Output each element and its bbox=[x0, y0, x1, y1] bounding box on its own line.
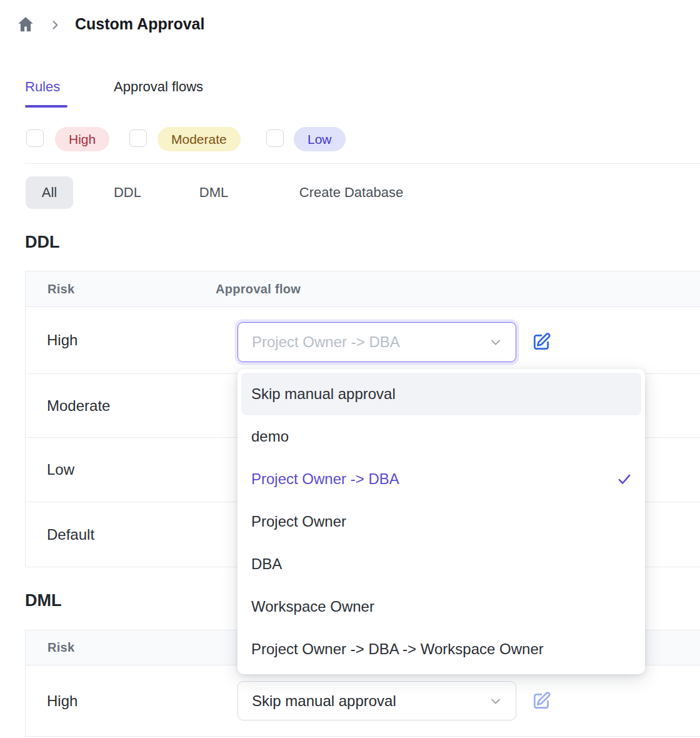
chevron-down-icon bbox=[488, 694, 503, 709]
edit-approval-flow-button-ddl-high[interactable] bbox=[529, 330, 554, 355]
risk-cell: Default bbox=[26, 526, 94, 543]
chevron-down-icon bbox=[488, 335, 503, 350]
option-label: Workspace Owner bbox=[251, 598, 374, 615]
checkbox-low[interactable] bbox=[266, 129, 284, 147]
edit-icon bbox=[531, 690, 552, 712]
segment-ddl[interactable]: DDL bbox=[98, 176, 158, 209]
option-label: Project Owner -> DBA -> Workspace Owner bbox=[251, 640, 544, 658]
segment-create-database[interactable]: Create Database bbox=[270, 176, 432, 209]
approval-flow-select-dml-high[interactable]: Skip manual approval bbox=[238, 681, 516, 720]
approval-flow-dropdown-menu: Skip manual approval demo Project Owner … bbox=[238, 369, 645, 674]
risk-cell: High bbox=[26, 331, 78, 349]
checkbox-moderate[interactable] bbox=[129, 129, 147, 147]
dropdown-option-project-owner[interactable]: Project Owner bbox=[241, 500, 641, 543]
custom-approval-page: Custom Approval Rules Approval flows Hig… bbox=[0, 0, 700, 738]
option-label: Project Owner bbox=[251, 513, 346, 530]
select-value: Skip manual approval bbox=[252, 692, 396, 710]
badge-low: Low bbox=[294, 127, 346, 151]
segment-all[interactable]: All bbox=[26, 176, 73, 209]
tab-approval-flows[interactable]: Approval flows bbox=[114, 79, 203, 95]
home-icon bbox=[16, 15, 36, 34]
badge-high: High bbox=[55, 127, 109, 151]
section-title-ddl: DDL bbox=[25, 233, 60, 252]
option-label: DBA bbox=[251, 555, 282, 573]
approval-flow-select-ddl-high[interactable]: Project Owner -> DBA bbox=[238, 322, 516, 362]
column-header-risk: Risk bbox=[26, 282, 216, 296]
badge-moderate: Moderate bbox=[158, 127, 241, 151]
edit-approval-flow-button-dml-high[interactable] bbox=[529, 689, 554, 714]
dropdown-option-workspace-owner[interactable]: Workspace Owner bbox=[241, 585, 641, 628]
option-label: demo bbox=[251, 428, 289, 445]
table-header-row: Risk Approval flow bbox=[26, 271, 700, 307]
dropdown-option-project-owner-dba[interactable]: Project Owner -> DBA bbox=[241, 458, 641, 500]
checkbox-high[interactable] bbox=[26, 129, 44, 147]
dropdown-option-demo[interactable]: demo bbox=[241, 415, 641, 458]
filter-divider bbox=[25, 163, 700, 164]
option-label: Skip manual approval bbox=[251, 385, 396, 403]
check-icon bbox=[616, 471, 632, 487]
risk-cell: Moderate bbox=[26, 397, 110, 415]
risk-cell: Low bbox=[26, 461, 74, 478]
column-header-approval-flow: Approval flow bbox=[216, 282, 301, 296]
active-tab-underline bbox=[25, 105, 68, 108]
section-title-dml: DML bbox=[25, 591, 61, 610]
option-label: Project Owner -> DBA bbox=[251, 470, 399, 488]
dropdown-option-dba[interactable]: DBA bbox=[241, 543, 641, 585]
risk-cell: High bbox=[26, 692, 78, 710]
dropdown-option-project-owner-dba-workspace-owner[interactable]: Project Owner -> DBA -> Workspace Owner bbox=[241, 628, 641, 670]
dropdown-option-skip-manual-approval[interactable]: Skip manual approval bbox=[241, 373, 641, 415]
tab-rules[interactable]: Rules bbox=[25, 79, 60, 95]
edit-icon bbox=[531, 331, 552, 353]
breadcrumb-chevron-icon bbox=[49, 19, 61, 31]
select-value: Project Owner -> DBA bbox=[252, 333, 400, 351]
column-header-risk: Risk bbox=[26, 640, 216, 655]
home-button[interactable] bbox=[16, 15, 36, 35]
page-title: Custom Approval bbox=[75, 15, 204, 33]
segment-dml[interactable]: DML bbox=[184, 176, 244, 209]
